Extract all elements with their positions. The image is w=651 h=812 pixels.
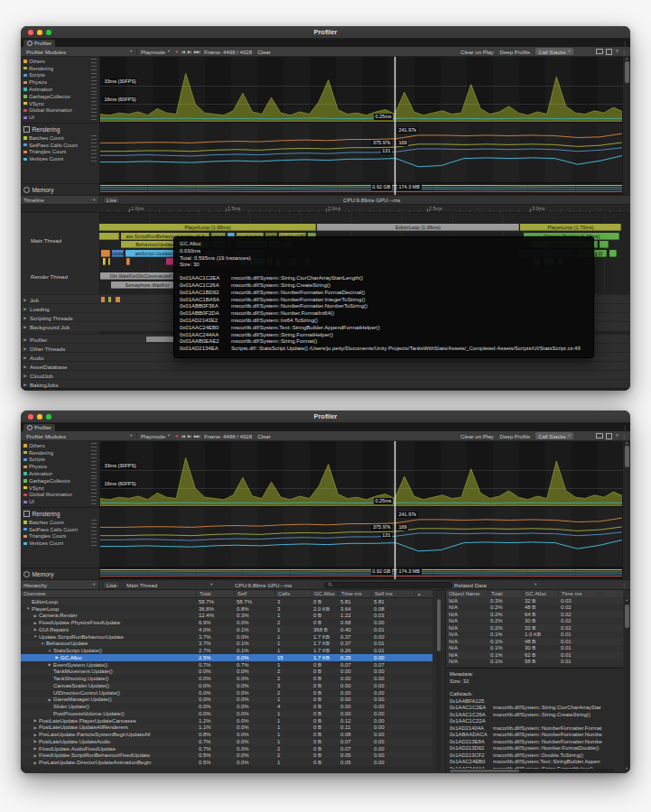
cpu-legend-item[interactable]: Rendering	[21, 65, 99, 72]
drag-handle-icon[interactable]	[91, 66, 97, 70]
timeline-horizontal-scrollbar[interactable]	[21, 388, 630, 391]
rendering-chart[interactable]: 241.97k375.97k169131	[100, 123, 623, 183]
column-header[interactable]: Object Name	[446, 590, 488, 597]
column-header[interactable]: GC Alloc	[311, 590, 338, 597]
related-data-row[interactable]: N/A0.1%48 B0.01	[446, 638, 623, 645]
scroll-up-icon[interactable]: ▲	[624, 598, 629, 602]
rendering-module-header[interactable]: Rendering	[21, 124, 99, 134]
record-button[interactable]: ●	[173, 49, 180, 54]
table-row[interactable]: ▶GC.Alloc2.5%0.0%151.7 KB0.250.00	[21, 654, 432, 661]
tab-profiler[interactable]: Profiler	[23, 40, 55, 47]
related-data-row[interactable]: N/A0.2%48 B0.02	[446, 604, 623, 612]
timeline-sample[interactable]	[101, 250, 110, 257]
table-row[interactable]: ▶FixedUpdate.PhysicsFixedUpdate6.9%0.0%2…	[21, 619, 432, 626]
search-field[interactable]	[324, 582, 452, 588]
table-row[interactable]: ▼BehaviourUpdate3.7%0.1%11.7 KB0.370.01	[21, 641, 432, 648]
current-frame-button[interactable]: ▶▶|	[192, 434, 201, 438]
column-header[interactable]: Time ms	[338, 590, 371, 597]
kebab-menu-icon[interactable]: ⋮	[621, 49, 627, 55]
cpu-legend-item[interactable]: UI	[21, 498, 99, 505]
record-button[interactable]: ●	[173, 433, 180, 438]
prev-frame-button[interactable]: |◀	[180, 50, 186, 54]
table-row[interactable]: ▶GameManager.Update()0.0%0.0%10 B0.000.0…	[21, 697, 432, 704]
sort-ascending-icon[interactable]: ▲	[414, 590, 428, 597]
column-header[interactable]: Calls	[274, 590, 311, 597]
table-row[interactable]: ▶FixedUpdate.ScriptRunBehaviourFixedUpda…	[21, 752, 432, 760]
memory-module-header[interactable]: Memory	[21, 568, 99, 579]
scrollbar-thumb[interactable]	[625, 61, 629, 83]
table-row[interactable]: TankMovement.Update()0.0%0.0%20 B0.000.0…	[21, 669, 432, 676]
column-header[interactable]: Total	[488, 590, 522, 597]
hierarchy-vertical-scrollbar[interactable]	[436, 598, 441, 770]
cpu-legend-item[interactable]: Global Illumination	[21, 492, 99, 499]
timeline-sample[interactable]	[108, 258, 110, 265]
cpu-legend-item[interactable]: VSync	[21, 100, 99, 107]
clear-button[interactable]: Clear	[255, 49, 274, 55]
rendering-chart[interactable]: 241.97k375.97k169131	[100, 507, 623, 567]
timeline-sample[interactable]: PlayerLoop (1.70ms)	[520, 224, 621, 231]
timeline-sample[interactable]: EditorLoop (1.06ms)	[317, 224, 519, 231]
rendering-legend-item[interactable]: Vertices Count	[21, 155, 99, 162]
drag-handle-icon[interactable]	[91, 115, 97, 120]
cpu-legend-item[interactable]: Physics	[21, 78, 99, 86]
table-row[interactable]: ▶GUI.Repaint4.0%0.1%1368 B0.400.01	[21, 626, 432, 633]
cpu-legend-item[interactable]: Scripts	[21, 72, 99, 79]
timeline-sample[interactable]	[146, 337, 173, 342]
drag-handle-icon[interactable]	[91, 135, 97, 140]
drag-handle-icon[interactable]	[91, 465, 97, 469]
timeline-sample[interactable]: Updat	[112, 250, 124, 257]
view-mode-dropdown[interactable]: Hierarchy ▼	[21, 580, 99, 589]
memory-module-header[interactable]: Memory	[21, 184, 99, 195]
playmode-dropdown[interactable]: Playmode ▼	[138, 47, 173, 56]
titlebar[interactable]: Profiler	[21, 411, 630, 423]
memory-chart[interactable]: 0.92 GB174.3 MB	[100, 183, 623, 194]
drag-handle-icon[interactable]	[91, 520, 97, 524]
scrollbar-thumb[interactable]	[450, 770, 519, 772]
table-row[interactable]: ▼StatsScript.Update()2.7%0.1%11.7 KB0.26…	[21, 647, 432, 654]
drag-handle-icon[interactable]	[91, 527, 97, 531]
tab-menu-icon[interactable]: ⋮	[622, 424, 628, 430]
clear-on-play-button[interactable]: Clear on Play	[458, 49, 497, 55]
table-row[interactable]: CanvasScaler.Update()0.0%0.0%30 B0.000.0…	[21, 682, 432, 689]
playmode-dropdown[interactable]: Playmode ▼	[138, 431, 173, 440]
deep-profile-button[interactable]: Deep Profile	[498, 49, 534, 55]
related-data-row[interactable]: N/A0.2%30 B0.02	[446, 618, 623, 625]
related-data-row[interactable]: N/A0.1%1.0 KB0.01	[446, 632, 623, 639]
timeline-sample[interactable]: Gfx.WaitForGfxCommandsFr	[100, 272, 183, 280]
related-data-row[interactable]: N/A0.1%30 B0.01	[446, 645, 623, 652]
table-row[interactable]: ▶PostLateUpdate.UpdateAllRenderers1.1%0.…	[21, 724, 432, 732]
related-data-row[interactable]: N/A0.3%32 B0.03	[446, 597, 623, 604]
drag-handle-icon[interactable]	[91, 541, 97, 546]
detail-horizontal-scrollbar[interactable]	[448, 769, 614, 772]
related-data-row[interactable]: N/A0.1%58 B0.01	[446, 659, 623, 666]
related-vertical-scrollbar[interactable]: ▲ ▼	[624, 598, 629, 770]
timeline-sample[interactable]: Semaphore.WaitFor	[111, 281, 183, 289]
drag-handle-icon[interactable]	[91, 450, 97, 455]
cpu-legend-item[interactable]: Others	[21, 442, 99, 449]
render-thread-label[interactable]: Render Thread	[31, 273, 68, 280]
zoom-window-icon[interactable]	[46, 414, 51, 420]
table-row[interactable]: EditorLoop58.7%58.7%30 B5.815.81	[21, 598, 432, 605]
prev-frame-button[interactable]: |◀	[180, 434, 186, 438]
timeline-sample[interactable]	[108, 297, 111, 302]
thread-dropdown[interactable]: Main Thread ▼	[124, 580, 216, 589]
timeline-sample[interactable]: PlayerLoop (1.95ms)	[99, 224, 316, 231]
rendering-legend-item[interactable]: Triangles Count	[21, 533, 99, 540]
close-window-icon[interactable]	[28, 414, 33, 420]
column-header[interactable]: Self ms	[371, 590, 414, 597]
profiler-modules-dropdown[interactable]: Profiler Modules ▼	[23, 431, 135, 440]
table-row[interactable]: Slider.Update()0.0%0.0%40 B0.000.00	[21, 703, 432, 710]
drag-handle-icon[interactable]	[91, 94, 97, 98]
live-button[interactable]: Live	[100, 196, 123, 204]
table-row[interactable]: ▶FixedUpdate.AudioFixedUpdate0.7%0.0%20 …	[21, 745, 432, 752]
scrollbar-thumb[interactable]	[55, 391, 292, 392]
live-button[interactable]: Live	[100, 580, 123, 589]
table-row[interactable]: ▶PostLateUpdate.UpdateAudio0.7%0.0%10 B0…	[21, 738, 432, 745]
minimize-window-icon[interactable]	[37, 414, 42, 420]
load-icon[interactable]	[596, 49, 603, 55]
scrollbar-thumb[interactable]	[437, 599, 441, 651]
drag-handle-icon[interactable]	[91, 101, 97, 106]
main-thread-label[interactable]: Main Thread	[31, 237, 61, 244]
scroll-up-icon[interactable]: ▲	[623, 57, 630, 60]
cpu-legend-item[interactable]: Physics	[21, 463, 99, 470]
